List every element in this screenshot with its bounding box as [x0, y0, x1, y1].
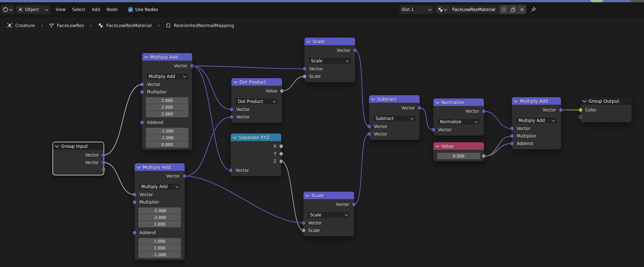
- operation-select[interactable]: Multiply Add: [146, 73, 188, 80]
- virtual-socket[interactable]: [102, 168, 105, 171]
- vector-socket[interactable]: [352, 202, 356, 206]
- vector-socket[interactable]: [559, 108, 563, 112]
- value-field[interactable]: 1.000: [138, 238, 181, 244]
- node-scale_bottom[interactable]: ScaleVectorScaleVectorScale: [303, 192, 354, 236]
- node-mul_add_bottom[interactable]: Multiply AddVectorMultiply AddVectorMult…: [135, 163, 185, 260]
- unlink-material-button[interactable]: [518, 5, 526, 14]
- value-socket[interactable]: [301, 228, 305, 232]
- collapse-chevron-icon[interactable]: [233, 135, 237, 139]
- node-header[interactable]: Subtract: [369, 95, 420, 103]
- vector-socket[interactable]: [190, 64, 194, 68]
- vector-socket[interactable]: [367, 124, 371, 128]
- node-separate_xyz[interactable]: Separate XYZXYZVector: [231, 134, 281, 176]
- value-field[interactable]: -1.000: [146, 128, 188, 134]
- node-mul_add_top[interactable]: Multiply AddVectorMultiply AddVectorMult…: [142, 53, 192, 150]
- vector-socket[interactable]: [431, 128, 435, 132]
- node-header[interactable]: Group Output: [580, 97, 631, 105]
- node-dot_product[interactable]: Dot ProductValueDot ProductVectorVector: [231, 78, 282, 123]
- value-field[interactable]: 1.000: [138, 245, 181, 251]
- duplicate-material-button[interactable]: [509, 5, 517, 14]
- vector-socket[interactable]: [510, 134, 514, 138]
- vector-socket[interactable]: [140, 82, 144, 86]
- virtual-socket[interactable]: [579, 115, 582, 119]
- node-subtract[interactable]: SubtractVectorSubtractVectorVector: [369, 95, 420, 140]
- collapse-chevron-icon[interactable]: [137, 165, 141, 169]
- operation-select[interactable]: Dot Product: [235, 98, 278, 105]
- vector-socket[interactable]: [133, 231, 137, 235]
- value-field[interactable]: 0.000: [146, 141, 188, 148]
- checkbox-checked-icon[interactable]: [128, 7, 133, 12]
- collapse-chevron-icon[interactable]: [306, 39, 310, 43]
- vector-socket[interactable]: [482, 109, 486, 113]
- vector-socket[interactable]: [367, 132, 371, 136]
- value-field[interactable]: -1.000: [146, 135, 188, 141]
- value-field[interactable]: 2.000: [138, 221, 181, 227]
- node-group_output[interactable]: Group OutputColor: [580, 97, 631, 122]
- value-field[interactable]: -2.000: [138, 207, 181, 214]
- collapse-chevron-icon[interactable]: [435, 100, 439, 104]
- node-scale_top[interactable]: ScaleVectorScaleVectorScale: [304, 38, 355, 82]
- vector-socket[interactable]: [418, 106, 422, 110]
- collapse-chevron-icon[interactable]: [371, 96, 375, 100]
- node-editor-canvas[interactable]: Group InputVectorVectorMultiply AddVecto…: [0, 0, 644, 267]
- operation-select[interactable]: Multiply Add: [138, 183, 181, 190]
- vector-socket[interactable]: [510, 142, 514, 146]
- value-socket[interactable]: [279, 159, 283, 163]
- editor-type-button[interactable]: [1, 5, 14, 14]
- vector-socket[interactable]: [102, 161, 106, 165]
- node-header[interactable]: Multiply Add: [142, 53, 192, 61]
- vector-socket[interactable]: [229, 168, 233, 172]
- operation-select[interactable]: Multiply Add: [516, 117, 557, 124]
- vector-socket[interactable]: [229, 115, 233, 119]
- value-socket[interactable]: [482, 154, 486, 158]
- node-header[interactable]: Multiply Add: [512, 97, 561, 105]
- collapse-chevron-icon[interactable]: [55, 144, 59, 148]
- node-normalize[interactable]: NormalizeVectorNormalizeVector: [433, 98, 484, 136]
- mode-dropdown[interactable]: Object: [16, 5, 50, 14]
- vector-socket[interactable]: [140, 120, 144, 124]
- use-nodes-checkbox[interactable]: Use Nodes: [128, 7, 158, 12]
- node-header[interactable]: Multiply Add: [135, 163, 185, 171]
- value-field[interactable]: 2.000: [146, 111, 188, 117]
- vector-socket[interactable]: [133, 193, 137, 197]
- operation-select[interactable]: Normalize: [437, 118, 480, 125]
- vector-socket[interactable]: [301, 221, 305, 225]
- color-socket[interactable]: [578, 108, 582, 112]
- node-mul_add_right[interactable]: Multiply AddVectorMultiply AddVectorMult…: [512, 97, 561, 149]
- material-name-field[interactable]: FaceLowResMaterial: [449, 5, 499, 14]
- node-header[interactable]: Scale: [304, 38, 355, 45]
- collapse-chevron-icon[interactable]: [582, 98, 586, 102]
- node-header[interactable]: Separate XYZ: [231, 134, 281, 141]
- collapse-chevron-icon[interactable]: [305, 193, 309, 197]
- collapse-chevron-icon[interactable]: [233, 79, 237, 83]
- collapse-chevron-icon[interactable]: [144, 54, 148, 58]
- vector-socket[interactable]: [229, 107, 233, 111]
- collapse-chevron-icon[interactable]: [514, 98, 518, 102]
- fake-user-button[interactable]: [499, 5, 508, 14]
- node-value[interactable]: Value0.500: [433, 142, 484, 161]
- node-header[interactable]: Normalize: [433, 98, 484, 106]
- menu-view[interactable]: View: [55, 6, 66, 14]
- vector-socket[interactable]: [510, 126, 514, 130]
- vector-socket[interactable]: [133, 200, 137, 204]
- menu-node[interactable]: Node: [106, 6, 118, 14]
- value-field[interactable]: -1.000: [138, 251, 181, 258]
- value-field[interactable]: 2.000: [146, 104, 188, 110]
- vector-socket[interactable]: [353, 48, 357, 52]
- node-header[interactable]: Scale: [303, 192, 354, 199]
- value-field[interactable]: -2.000: [138, 214, 181, 221]
- operation-select[interactable]: Scale: [307, 211, 350, 218]
- material-browse-button[interactable]: [436, 5, 449, 14]
- pin-icon[interactable]: [530, 7, 536, 13]
- value-socket[interactable]: [280, 89, 284, 93]
- node-header[interactable]: Dot Product: [231, 78, 282, 86]
- node-group_input[interactable]: Group InputVectorVector: [53, 142, 104, 175]
- slot-dropdown[interactable]: Slot 1: [399, 5, 433, 14]
- vector-socket[interactable]: [102, 153, 106, 157]
- menu-add[interactable]: Add: [91, 6, 101, 14]
- value-socket[interactable]: [279, 152, 283, 156]
- node-header[interactable]: Value: [433, 142, 484, 150]
- value-socket[interactable]: [279, 144, 283, 148]
- value-socket[interactable]: [302, 74, 306, 78]
- operation-select[interactable]: Subtract: [373, 115, 416, 122]
